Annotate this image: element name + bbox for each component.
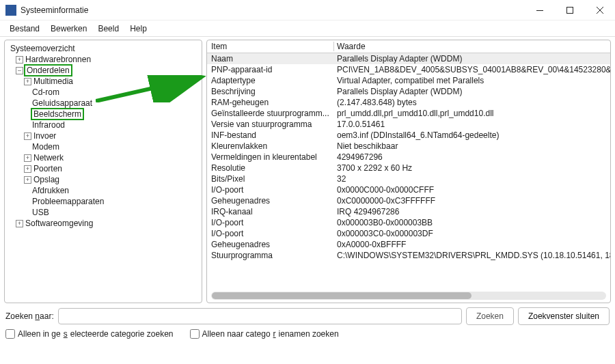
tree-hardware[interactable]: +Hardwarebronnen xyxy=(6,54,200,65)
tree-software[interactable]: +Softwareomgeving xyxy=(6,218,200,229)
tree-onderdelen[interactable]: –Onderdelen xyxy=(6,65,200,76)
cell-item: RAM-geheugen xyxy=(207,98,334,107)
detail-row[interactable]: NaamParallels Display Adapter (WDDM) xyxy=(207,53,611,64)
search-button[interactable]: Zoeken xyxy=(466,307,514,325)
detail-row[interactable]: I/O-poort0x0000C000-0x0000CFFF xyxy=(207,184,611,195)
cell-item: I/O-poort xyxy=(207,229,334,238)
app-icon xyxy=(5,5,16,16)
maximize-button[interactable] xyxy=(555,0,585,20)
horizontal-scrollbar[interactable] xyxy=(211,292,606,300)
tree-afdrukken[interactable]: Afdrukken xyxy=(6,185,200,196)
tree-probleem[interactable]: Probleemapparaten xyxy=(6,196,200,207)
close-button[interactable] xyxy=(585,0,615,20)
tree-geluid[interactable]: Geluidsapparaat xyxy=(6,98,200,109)
cell-value: prl_umdd.dll,prl_umdd10.dll,prl_umdd10.d… xyxy=(334,109,611,118)
detail-header[interactable]: Item Waarde xyxy=(207,40,611,53)
tree-modem[interactable]: Modem xyxy=(6,141,200,152)
window-controls xyxy=(525,0,615,20)
cell-value: Parallels Display Adapter (WDDM) xyxy=(334,54,611,64)
cell-item: PNP-apparaat-id xyxy=(207,65,334,74)
cell-value: oem3.inf (DDInstall64_6.NTamd64-gedeelte… xyxy=(334,130,611,140)
menu-bestand[interactable]: Bestand xyxy=(4,23,45,35)
detail-row[interactable]: IRQ-kanaalIRQ 4294967286 xyxy=(207,206,611,217)
checkbox[interactable] xyxy=(190,329,200,339)
expand-icon[interactable]: + xyxy=(24,78,31,85)
detail-row[interactable]: StuurprogrammaC:\WINDOWS\SYSTEM32\DRIVER… xyxy=(207,250,611,261)
tree-infrarood[interactable]: Infrarood xyxy=(6,120,200,130)
cell-item: Resolutie xyxy=(207,163,334,173)
detail-row[interactable]: Vermeldingen in kleurentabel4294967296 xyxy=(207,152,611,163)
cell-value: 4294967296 xyxy=(334,152,611,162)
check-row: Alleen in geselecteerde categorie zoeken… xyxy=(5,329,610,339)
detail-row[interactable]: Geheugenadres0xA0000-0xBFFFF xyxy=(207,239,611,250)
cell-value: 0xC0000000-0xC3FFFFFF xyxy=(334,196,611,206)
cell-value: 32 xyxy=(334,174,611,184)
cell-item: Versie van stuurprogramma xyxy=(207,120,334,129)
cell-item: Geheugenadres xyxy=(207,196,334,206)
tree-netwerk[interactable]: +Netwerk xyxy=(6,152,200,163)
cell-item: Stuurprogramma xyxy=(207,251,334,260)
svg-rect-1 xyxy=(567,8,573,14)
cell-value: IRQ 4294967286 xyxy=(334,207,611,216)
detail-row[interactable]: INF-bestandoem3.inf (DDInstall64_6.NTamd… xyxy=(207,130,611,141)
window-title: Systeeminformatie xyxy=(20,5,88,15)
col-value-header[interactable]: Waarde xyxy=(334,42,611,51)
expand-icon[interactable]: + xyxy=(16,56,23,64)
detail-row[interactable]: Geheugenadres0xC0000000-0xC3FFFFFF xyxy=(207,195,611,206)
cell-value: C:\WINDOWS\SYSTEM32\DRIVERS\PRL_KMDD.SYS… xyxy=(334,251,611,260)
cell-value: 0x000003C0-0x000003DF xyxy=(334,229,611,238)
expand-icon[interactable]: + xyxy=(16,220,23,227)
search-input[interactable] xyxy=(58,308,462,324)
collapse-icon[interactable]: – xyxy=(16,67,23,74)
detail-table: Item Waarde NaamParallels Display Adapte… xyxy=(207,40,611,261)
menu-bewerken[interactable]: Bewerken xyxy=(45,23,92,35)
checkbox[interactable] xyxy=(5,329,15,339)
close-search-button[interactable]: Zoekvenster sluiten xyxy=(518,307,610,325)
cell-item: I/O-poort xyxy=(207,185,334,195)
cell-item: I/O-poort xyxy=(207,218,334,227)
detail-row[interactable]: I/O-poort0x000003B0-0x000003BB xyxy=(207,217,611,228)
detail-row[interactable]: RAM-geheugen(2.147.483.648) bytes xyxy=(207,97,611,108)
highlighted-onderdelen: Onderdelen xyxy=(25,66,71,75)
col-item-header[interactable]: Item xyxy=(207,42,334,51)
search-label: Zoeken naar: xyxy=(5,311,54,321)
menu-help[interactable]: Help xyxy=(124,23,152,35)
footer: Zoeken naar: Zoeken Zoekvenster sluiten … xyxy=(0,303,615,341)
tree-pane: Systeemoverzicht +Hardwarebronnen –Onder… xyxy=(4,40,202,303)
expand-icon[interactable]: + xyxy=(24,165,31,173)
tree-opslag[interactable]: +Opslag xyxy=(6,174,200,185)
expand-icon[interactable]: + xyxy=(24,176,31,184)
tree-poorten[interactable]: +Poorten xyxy=(6,163,200,174)
detail-row[interactable]: Versie van stuurprogramma17.0.0.51461 xyxy=(207,119,611,130)
expand-icon[interactable]: + xyxy=(24,154,31,162)
cell-value: 0xA0000-0xBFFFF xyxy=(334,240,611,249)
detail-row[interactable]: Geïnstalleerde stuurprogramm...prl_umdd.… xyxy=(207,108,611,119)
cell-item: Beschrijving xyxy=(207,87,334,96)
detail-row[interactable]: Bits/Pixel32 xyxy=(207,173,611,184)
tree-invoer[interactable]: +Invoer xyxy=(6,130,200,141)
detail-row[interactable]: BeschrijvingParallels Display Adapter (W… xyxy=(207,86,611,97)
cell-item: Naam xyxy=(207,54,334,64)
cell-item: Geïnstalleerde stuurprogramm... xyxy=(207,109,334,118)
tree-beeldscherm[interactable]: Beeldscherm xyxy=(6,109,200,120)
expand-icon[interactable]: + xyxy=(24,132,31,140)
tree-usb[interactable]: USB xyxy=(6,207,200,218)
chk-selected-category[interactable]: Alleen in geselecteerde categorie zoeken xyxy=(5,329,174,339)
minimize-button[interactable] xyxy=(525,0,555,20)
cell-value: PCI\VEN_1AB8&DEV_4005&SUBSYS_04001AB8&RE… xyxy=(334,65,611,74)
chk-category-names[interactable]: Alleen naar categorienamen zoeken xyxy=(190,329,339,339)
cell-item: Bits/Pixel xyxy=(207,174,334,184)
cell-item: Geheugenadres xyxy=(207,240,334,249)
menu-beeld[interactable]: Beeld xyxy=(92,23,124,35)
detail-row[interactable]: I/O-poort0x000003C0-0x000003DF xyxy=(207,228,611,239)
detail-row[interactable]: PNP-apparaat-idPCI\VEN_1AB8&DEV_4005&SUB… xyxy=(207,64,611,75)
tree-multimedia[interactable]: +Multimedia xyxy=(6,76,200,87)
cell-value: Virtual Adapter, compatibel met Parallel… xyxy=(334,76,611,85)
tree-root[interactable]: Systeemoverzicht xyxy=(6,43,200,54)
tree: Systeemoverzicht +Hardwarebronnen –Onder… xyxy=(6,43,200,229)
scrollbar-thumb[interactable] xyxy=(212,292,472,299)
tree-cdrom[interactable]: Cd-rom xyxy=(6,87,200,98)
detail-row[interactable]: Resolutie3700 x 2292 x 60 Hz xyxy=(207,163,611,173)
detail-row[interactable]: AdaptertypeVirtual Adapter, compatibel m… xyxy=(207,75,611,86)
detail-row[interactable]: KleurenvlakkenNiet beschikbaar xyxy=(207,141,611,152)
